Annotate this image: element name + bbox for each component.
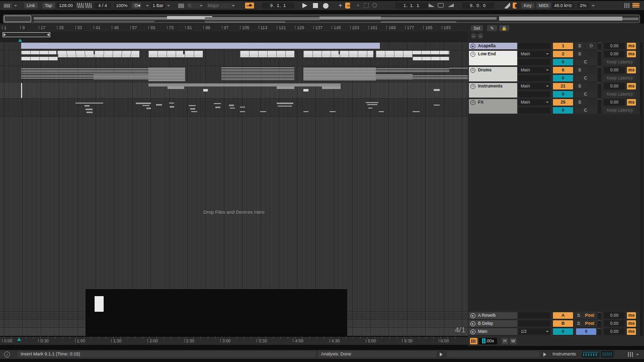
quantize-caret-icon[interactable] bbox=[167, 5, 170, 7]
arrangement-overview[interactable] bbox=[3, 15, 640, 23]
track-delay-field[interactable]: 0.00 bbox=[604, 43, 625, 49]
volume-field[interactable]: 25 bbox=[553, 99, 573, 106]
meter-caret-icon[interactable] bbox=[636, 354, 639, 355]
punch-out-icon[interactable] bbox=[448, 4, 454, 7]
arrangement-clip[interactable] bbox=[86, 109, 93, 110]
arrangement-clip[interactable] bbox=[240, 51, 294, 54]
beat-time-ruler[interactable]: 1917253341495765738189971051131211291371… bbox=[0, 24, 468, 32]
volume-field[interactable]: 6 bbox=[553, 67, 573, 73]
loop-brace[interactable] bbox=[3, 32, 50, 37]
device-thumbnail-1[interactable] bbox=[582, 351, 599, 357]
arrangement-clip[interactable] bbox=[303, 67, 376, 80]
cpu-caret-icon[interactable] bbox=[592, 5, 595, 7]
arrangement-clip[interactable] bbox=[340, 51, 373, 54]
arrangement-clip[interactable] bbox=[21, 75, 94, 79]
group-track-icon[interactable]: ≡ bbox=[470, 68, 475, 73]
delay-unit-toggle[interactable]: ms bbox=[627, 67, 636, 73]
tempo-field[interactable]: 128.00 bbox=[56, 3, 75, 9]
output-routing-menu[interactable]: Main bbox=[518, 83, 550, 89]
solo-button[interactable]: S bbox=[575, 99, 584, 106]
delay-unit-toggle[interactable]: ms bbox=[627, 320, 636, 327]
crossfade-assign[interactable]: C bbox=[575, 59, 596, 65]
next-locator-button[interactable]: → bbox=[477, 33, 483, 39]
output-routing-menu[interactable] bbox=[518, 43, 550, 49]
keep-latency-toggle[interactable]: Keep Latency bbox=[604, 107, 636, 114]
output-routing-menu[interactable] bbox=[518, 75, 550, 81]
mixer-row-main[interactable]: ▸Main1/2000.00ms bbox=[468, 328, 644, 335]
arrangement-clip[interactable] bbox=[434, 89, 440, 91]
arrangement-clip[interactable] bbox=[189, 105, 196, 106]
arrangement-clip[interactable] bbox=[303, 111, 308, 112]
arrangement-clip[interactable] bbox=[303, 51, 339, 54]
time-signature-field[interactable]: 4 / 4 bbox=[94, 3, 111, 9]
arrangement-clip[interactable] bbox=[214, 103, 221, 104]
crossfade-assign[interactable]: C bbox=[575, 75, 596, 81]
track-unfold-icon[interactable]: ▸ bbox=[470, 321, 475, 326]
arrangement-clip[interactable] bbox=[85, 105, 90, 107]
crossfade-assign[interactable]: C bbox=[575, 91, 596, 98]
overdub-plus-icon[interactable]: + bbox=[338, 3, 343, 9]
arrangement-clip[interactable] bbox=[278, 106, 292, 107]
output-routing-menu[interactable]: 1/2 bbox=[518, 328, 550, 335]
arrangement-clip[interactable] bbox=[215, 107, 220, 108]
arrangement-clip[interactable] bbox=[136, 103, 151, 104]
arrangement-clip[interactable] bbox=[449, 68, 468, 69]
record-button[interactable] bbox=[323, 3, 329, 9]
post-toggle[interactable]: Post bbox=[583, 312, 596, 319]
volume-field[interactable]: 2 bbox=[553, 51, 573, 57]
overview-clip-mark[interactable] bbox=[205, 17, 319, 20]
group-track-icon[interactable]: ≡ bbox=[470, 52, 475, 57]
track-title-acapella[interactable]: ▸Acapella bbox=[469, 43, 517, 49]
automation-arm-icon[interactable]: ∞ bbox=[345, 3, 350, 9]
locator-pencil-icon[interactable]: ✎ bbox=[487, 25, 497, 31]
arrangement-clip[interactable] bbox=[169, 103, 174, 104]
overview-clip-mark[interactable] bbox=[381, 21, 456, 23]
arrangement-clip[interactable] bbox=[376, 54, 413, 57]
arrangement-clip[interactable] bbox=[94, 74, 148, 79]
output-routing-menu[interactable] bbox=[518, 107, 550, 114]
delay-unit-toggle[interactable]: ms bbox=[627, 312, 636, 319]
output-routing-menu[interactable]: Main bbox=[518, 51, 550, 57]
groove-amount-field[interactable]: 100% bbox=[114, 3, 129, 9]
arrangement-clip[interactable] bbox=[95, 51, 139, 54]
volume-field[interactable]: 1 bbox=[553, 43, 573, 49]
overview-clip-mark[interactable] bbox=[34, 21, 154, 22]
overview-viewport[interactable] bbox=[4, 16, 31, 22]
nudge-up-icon[interactable] bbox=[85, 3, 92, 8]
mixer-row-b-delay[interactable]: ▸B DelayBSPost0.00ms bbox=[468, 320, 644, 327]
midi-map-button[interactable]: MIDI bbox=[536, 3, 551, 9]
return-volume-field[interactable]: A bbox=[553, 312, 573, 319]
arrangement-clip[interactable] bbox=[190, 108, 195, 110]
solo-button[interactable]: S bbox=[575, 312, 582, 319]
expand-status-icon[interactable] bbox=[440, 352, 443, 356]
output-routing-menu[interactable]: Main bbox=[518, 67, 550, 73]
track-delay-field[interactable]: 0.00 bbox=[604, 99, 625, 106]
arrangement-clip[interactable] bbox=[434, 105, 440, 106]
overview-clip-mark[interactable] bbox=[622, 18, 638, 20]
arrangement-clip[interactable] bbox=[260, 111, 266, 112]
track-delay-field[interactable]: 0.00 bbox=[604, 328, 625, 335]
arrangement-clip[interactable] bbox=[413, 111, 420, 112]
scale-name-menu[interactable]: Major bbox=[206, 3, 234, 9]
track-title-low-end[interactable]: ≡Low End bbox=[469, 51, 517, 65]
hamburger-menu-icon[interactable] bbox=[632, 3, 639, 8]
arrangement-clip[interactable] bbox=[240, 54, 294, 57]
pan-field[interactable]: 0 bbox=[553, 59, 573, 65]
track-title-a-reverb[interactable]: ▸A Reverb bbox=[469, 312, 517, 319]
mixer-row-fx[interactable]: ≡FXMain25S0C0.00msKeep Latency bbox=[468, 99, 644, 114]
arrangement-canvas[interactable]: Drop Files and Devices Here 4/1 bbox=[0, 42, 468, 336]
arrangement-clip[interactable] bbox=[303, 89, 308, 92]
punch-icon[interactable] bbox=[364, 3, 369, 8]
options-icon[interactable] bbox=[3, 3, 12, 9]
arrangement-clip[interactable] bbox=[148, 54, 203, 57]
main-pan-field[interactable]: 0 bbox=[576, 328, 596, 335]
arrangement-clip[interactable] bbox=[367, 104, 377, 105]
arrangement-clip[interactable] bbox=[366, 102, 378, 103]
arrangement-clip[interactable] bbox=[376, 51, 449, 54]
loop-region-icon[interactable] bbox=[438, 3, 444, 8]
options-caret-icon[interactable] bbox=[14, 5, 17, 7]
overview-clip-mark[interactable] bbox=[205, 21, 285, 23]
link-button[interactable]: Link bbox=[24, 3, 38, 9]
arrangement-clip[interactable] bbox=[21, 57, 58, 60]
arrangement-clip[interactable] bbox=[203, 89, 208, 92]
